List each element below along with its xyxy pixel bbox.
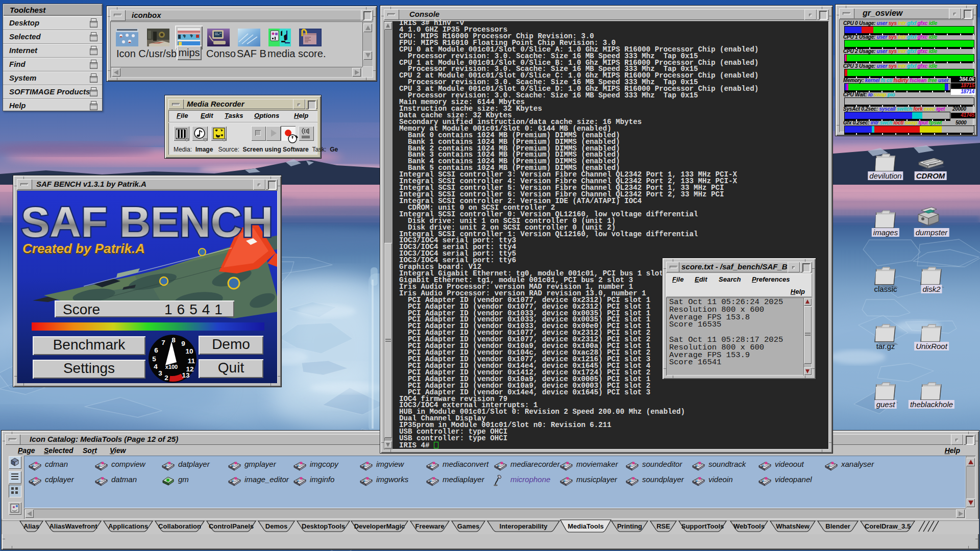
svg-text:DesktopTools: DesktopTools: [302, 522, 345, 530]
svg-text:10: 10: [185, 347, 193, 355]
svg-text:SAF BENCH: SAF BENCH: [21, 198, 273, 246]
svg-text:CorelDraw_3.5: CorelDraw_3.5: [865, 522, 911, 530]
svg-text:Freeware: Freeware: [415, 522, 444, 530]
svg-text:13: 13: [182, 371, 190, 379]
svg-text:8: 8: [172, 336, 176, 344]
svg-text:Collaboration: Collaboration: [158, 522, 201, 530]
svg-text:WebTools: WebTools: [733, 522, 765, 530]
svg-text:ControlPanels: ControlPanels: [209, 522, 254, 530]
svg-text:Alias: Alias: [23, 522, 39, 530]
svg-text:Printing: Printing: [617, 522, 642, 530]
svg-text:7: 7: [161, 339, 165, 346]
svg-text:AliasWavefront: AliasWavefront: [49, 522, 97, 530]
svg-text:5: 5: [152, 355, 156, 363]
svg-text:Demos: Demos: [265, 522, 287, 530]
svg-text:6: 6: [154, 346, 158, 354]
svg-text:4: 4: [154, 363, 158, 370]
svg-text:3: 3: [158, 369, 162, 377]
svg-text:RSE: RSE: [656, 522, 670, 530]
svg-text:Interoperability: Interoperability: [500, 522, 548, 530]
svg-text:DeveloperMagic: DeveloperMagic: [354, 522, 405, 530]
svg-text:Blender: Blender: [825, 522, 850, 530]
svg-text:Created by Patrik.A: Created by Patrik.A: [22, 241, 145, 256]
svg-text:9: 9: [181, 340, 185, 347]
svg-text:MediaTools: MediaTools: [568, 522, 604, 530]
svg-text:2: 2: [164, 374, 168, 382]
svg-text:SupportTools: SupportTools: [681, 522, 724, 530]
svg-text:11: 11: [188, 357, 195, 365]
svg-text:WhatsNew: WhatsNew: [776, 522, 810, 530]
svg-text:Games: Games: [457, 522, 479, 530]
svg-text:Applications: Applications: [108, 522, 148, 530]
